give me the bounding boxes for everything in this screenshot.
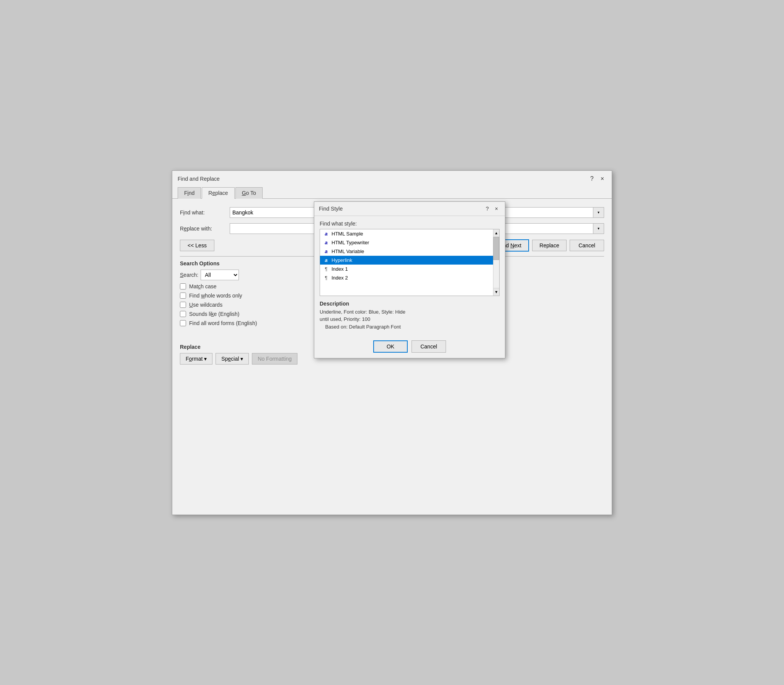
all-word-forms-checkbox[interactable] (180, 320, 186, 326)
tab-replace[interactable]: Replace (202, 187, 234, 199)
style-icon-char: a (323, 231, 329, 237)
scroll-up-btn[interactable]: ▲ (493, 229, 499, 237)
dialog-titlebar: Find and Replace ? × (172, 171, 612, 187)
less-button[interactable]: << Less (180, 240, 214, 251)
style-list-container: a HTML Sample a HTML Typewriter a HTML V… (320, 229, 500, 296)
whole-words-label: Find whole words only (189, 293, 242, 299)
format-arrow: ▾ (204, 356, 207, 362)
wildcards-checkbox[interactable] (180, 302, 186, 308)
sub-dialog-controls: ? × (483, 205, 500, 213)
style-item-html-typewriter[interactable]: a HTML Typewriter (320, 238, 499, 247)
sounds-like-label: Sounds like (English) (189, 311, 240, 317)
no-formatting-button: No Formatting (252, 353, 297, 365)
dialog-title: Find and Replace (178, 176, 220, 182)
style-item-hyperlink[interactable]: a Hyperlink (320, 256, 499, 265)
style-item-html-variable[interactable]: a HTML Variable (320, 247, 499, 256)
description-label: Description (320, 301, 500, 307)
sub-ok-button[interactable]: OK (373, 340, 408, 353)
sub-dialog-close-btn[interactable]: × (493, 205, 500, 213)
scroll-down-btn[interactable]: ▼ (493, 288, 499, 296)
whole-words-checkbox[interactable] (180, 293, 186, 299)
description-text: Underline, Font color: Blue, Style: Hide… (320, 308, 500, 331)
sub-dialog-body: Find what style: a HTML Sample a HTML Ty… (314, 216, 505, 335)
sub-dialog-title: Find Style (319, 206, 343, 212)
special-arrow: ▾ (240, 356, 243, 362)
style-item-html-sample[interactable]: a HTML Sample (320, 229, 499, 238)
find-style-dialog: Find Style ? × Find what style: a HTML S… (314, 201, 505, 359)
style-label: HTML Variable (332, 248, 364, 254)
sub-cancel-button[interactable]: Cancel (412, 340, 446, 353)
dialog-tabs: Find Replace Go To (172, 187, 612, 199)
search-select-wrapper: All Up Down (201, 270, 239, 280)
style-icon-char: a (323, 240, 329, 245)
sounds-like-checkbox[interactable] (180, 311, 186, 317)
tab-find[interactable]: Find (178, 187, 201, 199)
style-icon-para-2: ¶ (323, 275, 329, 281)
style-label: Index 2 (332, 275, 348, 281)
replace-with-dropdown[interactable]: ▾ (593, 223, 604, 234)
search-label: Search: (180, 272, 198, 278)
replace-with-label: Replace with: (180, 226, 230, 232)
tab-goto[interactable]: Go To (235, 187, 263, 199)
find-what-dropdown[interactable]: ▾ (593, 207, 604, 218)
format-button[interactable]: Format ▾ (180, 353, 212, 365)
all-word-forms-label: Find all word forms (English) (189, 320, 257, 326)
format-label: Format (186, 356, 203, 362)
style-list: a HTML Sample a HTML Typewriter a HTML V… (320, 229, 499, 282)
sub-dialog-titlebar: Find Style ? × (314, 202, 505, 216)
style-icon-char-selected: a (323, 257, 329, 263)
scrollbar-track: ▲ ▼ (493, 229, 499, 296)
style-item-index2[interactable]: ¶ Index 2 (320, 273, 499, 282)
tab-replace-label: Replace (208, 190, 228, 196)
help-button[interactable]: ? (588, 175, 596, 183)
style-label: HTML Typewriter (332, 240, 369, 245)
special-label: Special (221, 356, 239, 362)
close-button[interactable]: × (598, 175, 606, 183)
special-button[interactable]: Special ▾ (216, 353, 249, 365)
style-icon-char: a (323, 248, 329, 254)
style-label: HTML Sample (332, 231, 363, 237)
main-dialog: Find and Replace ? × Find Replace Go To … (172, 170, 612, 515)
scrollbar-thumb[interactable] (493, 237, 499, 260)
search-select[interactable]: All Up Down (201, 270, 239, 280)
sub-dialog-help-btn[interactable]: ? (483, 205, 491, 213)
replace-button[interactable]: Replace (532, 240, 567, 251)
style-label: Index 1 (332, 266, 348, 272)
style-icon-para-1: ¶ (323, 266, 329, 272)
style-label-selected: Hyperlink (332, 257, 352, 263)
tab-goto-label: Go To (242, 190, 256, 196)
wildcards-label: Use wildcards (189, 302, 222, 308)
description-section: Description Underline, Font color: Blue,… (320, 301, 500, 331)
match-case-checkbox[interactable] (180, 283, 186, 289)
find-what-label: Find what: (180, 209, 230, 216)
cancel-button[interactable]: Cancel (570, 240, 604, 251)
titlebar-controls: ? × (588, 175, 606, 183)
sub-dialog-footer: OK Cancel (314, 335, 505, 358)
tab-find-label: Find (184, 190, 194, 196)
match-case-label: Match case (189, 283, 217, 289)
style-list-label: Find what style: (320, 221, 500, 227)
style-item-index1[interactable]: ¶ Index 1 (320, 265, 499, 273)
